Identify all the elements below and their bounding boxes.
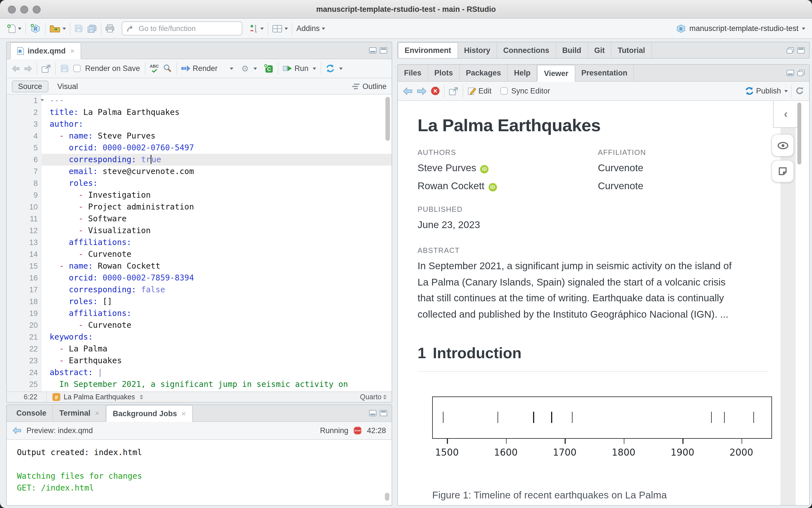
viewer-forward-icon[interactable] — [417, 87, 427, 95]
open-in-browser-icon[interactable] — [449, 87, 458, 95]
publish-button[interactable]: Publish — [745, 87, 781, 95]
save-button[interactable] — [74, 24, 83, 33]
viewer-content[interactable]: La Palma Earthquakes AUTHORS Steve Purve… — [398, 101, 809, 505]
minimize-window-button[interactable] — [20, 6, 28, 13]
code-line[interactable]: 21keywords: — [7, 331, 392, 343]
source-mode-button[interactable]: Source — [12, 80, 48, 92]
edit-button[interactable]: Edit — [468, 87, 492, 95]
code-line[interactable]: 15 - name: Rowan Cockett — [7, 260, 392, 272]
document-mode-selector[interactable]: Quarto — [360, 393, 387, 401]
orcid-icon[interactable]: iD — [488, 183, 497, 191]
minimize-pane-icon[interactable] — [369, 410, 376, 416]
tab-connections[interactable]: Connections — [497, 42, 556, 58]
tab-console[interactable]: Console — [10, 405, 53, 421]
outline-button[interactable]: Outline — [352, 82, 387, 90]
tab-help[interactable]: Help — [508, 65, 537, 81]
open-file-button[interactable] — [50, 25, 66, 32]
editor-scrollbar-thumb[interactable] — [385, 97, 390, 141]
tab-files[interactable]: Files — [398, 65, 428, 81]
preview-visibility-button[interactable] — [771, 134, 794, 157]
goto-file-function-box[interactable] — [122, 22, 242, 36]
code-line[interactable]: 16 orcid: 0000-0002-7859-8394 — [7, 272, 392, 284]
code-line[interactable]: 8 roles: — [7, 177, 392, 189]
code-line[interactable]: 1--- — [7, 95, 392, 107]
code-line[interactable]: 9 - Investigation — [7, 189, 392, 201]
code-line[interactable]: 3author: — [7, 118, 392, 130]
code-line[interactable]: 6 corresponding: true — [7, 154, 392, 166]
render-on-save-checkbox[interactable] — [73, 65, 81, 72]
tab-tutorial[interactable]: Tutorial — [612, 42, 652, 58]
tab-presentation[interactable]: Presentation — [575, 65, 634, 81]
sync-editor-control[interactable]: Sync Editor — [501, 87, 550, 95]
section-navigator[interactable]: # La Palma Earthquakes — [46, 392, 144, 402]
code-line[interactable]: 2title: La Palma Earthquakes — [7, 107, 392, 118]
run-caret-icon[interactable] — [313, 67, 316, 70]
fold-caret-icon[interactable] — [41, 99, 44, 101]
forward-icon[interactable] — [24, 65, 32, 72]
publish-caret-icon[interactable] — [784, 90, 788, 92]
code-line[interactable]: 17 corresponding: false — [7, 284, 392, 296]
version-control-button[interactable] — [250, 24, 264, 33]
workspace-panes-button[interactable] — [272, 25, 288, 32]
annotation-button[interactable] — [771, 160, 794, 182]
close-window-button[interactable] — [8, 6, 16, 13]
orcid-icon[interactable]: iD — [480, 165, 489, 173]
viewer-back-icon[interactable] — [403, 87, 412, 95]
tab-environment[interactable]: Environment — [398, 42, 458, 58]
save-all-button[interactable] — [87, 24, 97, 33]
tab-git[interactable]: Git — [588, 42, 612, 58]
code-editor[interactable]: 1---2title: La Palma Earthquakes3author:… — [7, 95, 392, 391]
save-document-icon[interactable] — [60, 64, 69, 73]
job-back-icon[interactable] — [12, 427, 22, 434]
sync-editor-checkbox[interactable] — [501, 87, 508, 95]
console-scrollbar-thumb[interactable] — [385, 493, 390, 501]
code-line[interactable]: 14 - Curvenote — [7, 248, 392, 260]
maximize-pane-icon[interactable] — [797, 47, 805, 53]
maximize-pane-icon[interactable] — [380, 47, 387, 53]
tab-packages[interactable]: Packages — [460, 65, 508, 81]
project-menu-button[interactable]: R manuscript-template-rstudio-test — [677, 24, 805, 33]
close-tab-icon[interactable]: × — [70, 46, 74, 55]
code-line[interactable]: 10 - Project administration — [7, 201, 392, 213]
insert-chunk-button[interactable]: C — [263, 64, 273, 73]
tab-plots[interactable]: Plots — [428, 65, 460, 81]
console-output[interactable]: Output created: index.html Watching file… — [7, 440, 392, 505]
code-line[interactable]: 13 affiliations: — [7, 237, 392, 248]
render-button[interactable]: Render — [181, 64, 218, 73]
open-in-new-window-icon[interactable] — [42, 65, 51, 72]
find-replace-icon[interactable] — [163, 64, 172, 73]
code-line[interactable]: 23 - Earthquakes — [7, 355, 392, 367]
maximize-pane-icon[interactable] — [380, 410, 387, 416]
print-button[interactable] — [106, 24, 114, 33]
tab-build[interactable]: Build — [556, 42, 588, 58]
tab-viewer[interactable]: Viewer — [537, 65, 575, 82]
restore-pane-icon[interactable] — [797, 70, 805, 76]
zoom-window-button[interactable] — [33, 6, 41, 13]
source-caret-icon[interactable] — [339, 67, 343, 70]
clear-viewer-icon[interactable]: ✕ — [431, 87, 440, 95]
spellcheck-button[interactable]: ABC — [150, 65, 159, 73]
restore-pane-icon[interactable] — [787, 47, 794, 53]
addins-button[interactable]: Addins — [296, 24, 325, 33]
render-caret-icon[interactable] — [230, 67, 233, 70]
new-project-button[interactable]: R — [30, 23, 41, 34]
code-line[interactable]: 22 - La Palma — [7, 343, 392, 355]
close-tab-icon[interactable]: × — [95, 409, 99, 417]
refresh-icon[interactable] — [795, 87, 804, 95]
stop-job-icon[interactable]: STOP — [353, 426, 362, 435]
code-line[interactable]: 24abstract: | — [7, 367, 392, 378]
minimize-pane-icon[interactable] — [369, 47, 376, 53]
close-tab-icon[interactable]: × — [181, 409, 186, 418]
code-line[interactable]: 18 roles: [] — [7, 296, 392, 307]
visual-mode-button[interactable]: Visual — [57, 82, 78, 90]
code-line[interactable]: 20 - Curvenote — [7, 319, 392, 331]
sidebar-collapse-button[interactable]: ‹ — [773, 101, 798, 128]
back-icon[interactable] — [12, 65, 20, 72]
tab-background-jobs[interactable]: Background Jobs× — [106, 405, 193, 422]
render-settings-gear-icon[interactable]: ⚙ — [241, 64, 249, 74]
code-line[interactable]: 11 - Software — [7, 213, 392, 225]
code-line[interactable]: 12 - Visualization — [7, 225, 392, 237]
settings-caret-icon[interactable] — [253, 67, 257, 70]
minimize-pane-icon[interactable] — [787, 70, 794, 76]
source-rerun-icon[interactable] — [326, 64, 335, 73]
